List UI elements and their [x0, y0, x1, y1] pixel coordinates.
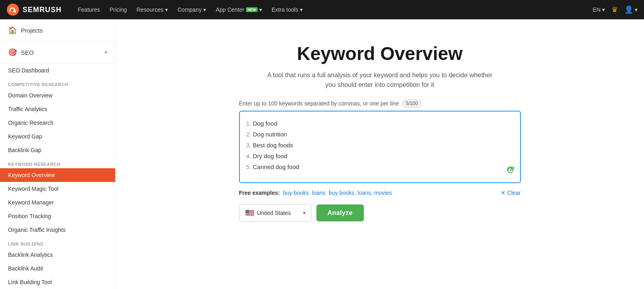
chevron-down-icon: ▾ — [259, 6, 262, 13]
nav-pricing[interactable]: Pricing — [109, 6, 127, 13]
new-badge: new — [246, 7, 258, 12]
top-navigation: SEMRUSH Features Pricing Resources ▾ Com… — [0, 0, 644, 19]
chevron-down-icon: ▾ — [635, 6, 638, 13]
sidebar-item-backlink-gap[interactable]: Backlink Gap — [0, 143, 115, 157]
sidebar-item-projects[interactable]: 🏠 Projects — [0, 19, 115, 41]
example-buy-books[interactable]: buy books — [283, 190, 309, 196]
chevron-down-icon: ▾ — [165, 6, 168, 13]
nav-features[interactable]: Features — [78, 6, 100, 13]
chevron-down-icon: ▾ — [300, 6, 303, 13]
keyword-count-badge: 5/100 — [402, 99, 421, 107]
seo-label: SEO — [21, 49, 34, 56]
svg-point-0 — [7, 4, 19, 16]
seo-icon: 🎯 — [8, 48, 17, 57]
list-item: 5.Canned dog food — [246, 161, 500, 172]
nav-resources[interactable]: Resources ▾ — [136, 6, 168, 13]
keyword-input-area[interactable]: 1.Dog food 2.Dog nutrition 3.Best dog fo… — [239, 111, 521, 183]
logo-text: SEMRUSH — [23, 6, 62, 14]
sidebar-item-keyword-overview[interactable]: Keyword Overview — [0, 168, 115, 182]
list-item: 1.Dog food — [246, 118, 500, 129]
sidebar-item-keyword-manager[interactable]: Keyword Manager — [0, 196, 115, 209]
sidebar-item-traffic-analytics[interactable]: Traffic Analytics — [0, 102, 115, 116]
page-subtitle: A tool that runs a full analysis of your… — [267, 70, 493, 90]
close-icon: ✕ — [501, 190, 506, 196]
country-selector[interactable]: 🇺🇸 United States ▾ — [239, 204, 312, 222]
sidebar-category-link-building: LINK BUILDING — [0, 237, 115, 248]
crown-icon[interactable]: ♛ — [611, 5, 618, 14]
keyword-list: 1.Dog food 2.Dog nutrition 3.Best dog fo… — [246, 118, 500, 172]
refresh-icon — [506, 165, 515, 175]
free-examples-label: Free examples: — [239, 190, 280, 196]
sidebar-item-seo-dashboard[interactable]: SEO Dashboard — [0, 64, 115, 77]
list-item: 4.Dry dog food — [246, 151, 500, 161]
sidebar-category-keyword-research: KEYWORD RESEARCH — [0, 157, 115, 168]
bottom-row: 🇺🇸 United States ▾ Analyze — [239, 204, 521, 222]
logo[interactable]: SEMRUSH — [6, 3, 62, 16]
svg-point-2 — [510, 169, 511, 171]
sidebar-item-organic-traffic-insights[interactable]: Organic Traffic Insights — [0, 223, 115, 237]
refresh-button[interactable] — [506, 165, 515, 178]
clear-button[interactable]: ✕ Clear — [501, 190, 520, 196]
list-item: 3.Best dog foods — [246, 140, 500, 151]
example-loans[interactable]: loans — [312, 190, 325, 196]
sidebar-category-competitive-research: COMPETITIVE RESEARCH — [0, 77, 115, 89]
chevron-down-icon: ▾ — [303, 210, 305, 216]
sidebar-item-link-building-tool[interactable]: Link Building Tool — [0, 275, 115, 289]
chevron-down-icon: ▾ — [203, 6, 206, 13]
sidebar-item-keyword-magic-tool[interactable]: Keyword Magic Tool — [0, 182, 115, 196]
sidebar-item-keyword-gap[interactable]: Keyword Gap — [0, 130, 115, 143]
free-examples-row: Free examples: buy books loans buy books… — [239, 190, 521, 196]
content-center: Keyword Overview A tool that runs a full… — [239, 43, 521, 222]
keyword-hint: Enter up to 100 keywords separated by co… — [239, 99, 521, 107]
page-title: Keyword Overview — [297, 43, 463, 64]
user-icon: 👤 — [624, 5, 633, 14]
sidebar-item-organic-research[interactable]: Organic Research — [0, 116, 115, 130]
chevron-down-icon: ▾ — [105, 50, 107, 55]
projects-label: Projects — [21, 27, 43, 34]
analyze-button[interactable]: Analyze — [316, 204, 364, 221]
svg-point-1 — [13, 10, 16, 12]
sidebar-item-domain-overview[interactable]: Domain Overview — [0, 89, 115, 102]
flag-icon: 🇺🇸 — [245, 208, 254, 217]
country-label: United States — [257, 210, 291, 216]
logo-icon — [6, 3, 19, 16]
nav-extra-tools[interactable]: Extra tools ▾ — [272, 6, 303, 13]
chevron-down-icon: ▾ — [602, 6, 605, 13]
app-layout: 🏠 Projects 🎯 SEO ▾ SEO Dashboard COMPETI… — [0, 19, 644, 289]
home-icon: 🏠 — [8, 26, 17, 35]
sidebar: 🏠 Projects 🎯 SEO ▾ SEO Dashboard COMPETI… — [0, 19, 116, 289]
language-selector[interactable]: EN ▾ — [593, 6, 605, 13]
sidebar-item-seo[interactable]: 🎯 SEO ▾ — [0, 41, 115, 64]
sidebar-item-backlink-analytics[interactable]: Backlink Analytics — [0, 248, 115, 262]
nav-company[interactable]: Company ▾ — [178, 6, 206, 13]
nav-app-center[interactable]: App Center new ▾ — [216, 6, 262, 13]
list-item: 2.Dog nutrition — [246, 129, 500, 140]
sidebar-item-backlink-audit[interactable]: Backlink Audit — [0, 262, 115, 275]
user-menu[interactable]: 👤 ▾ — [624, 5, 638, 14]
example-buy-books-loans-movies[interactable]: buy books, loans, movies — [329, 190, 392, 196]
main-content: Keyword Overview A tool that runs a full… — [116, 19, 644, 289]
sidebar-item-position-tracking[interactable]: Position Tracking — [0, 209, 115, 223]
